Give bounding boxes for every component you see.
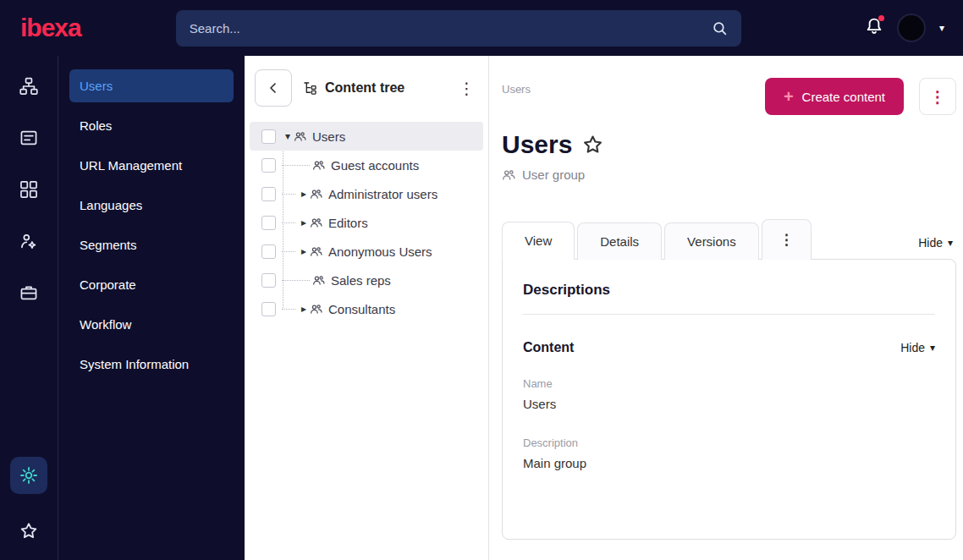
caret-down-icon: ▾ xyxy=(930,342,935,354)
tree-item-anonymous-users[interactable]: ▸ Anonymous Users xyxy=(250,237,483,266)
field-description: Description Main group xyxy=(523,436,935,470)
hide-label: Hide xyxy=(900,341,925,354)
caret-right-icon[interactable]: ▸ xyxy=(298,217,310,228)
tree-connector xyxy=(282,194,295,195)
descriptions-card: Descriptions Content Hide ▾ Name Users D… xyxy=(502,259,956,540)
tree-item-sales-reps[interactable]: Sales reps xyxy=(250,266,483,294)
tree-item-administrator-users[interactable]: ▸ Administrator users xyxy=(250,179,483,208)
hide-label: Hide xyxy=(918,236,943,250)
tab-details[interactable]: Details xyxy=(577,222,662,260)
tree-item-label[interactable]: Consultants xyxy=(328,302,395,316)
rail-bottom xyxy=(10,457,47,550)
sidebar-item-users[interactable]: Users xyxy=(69,69,234,102)
icon-rail xyxy=(0,56,58,560)
tabs-row: View Details Versions ⋮ Hide ▾ xyxy=(502,219,956,260)
user-avatar[interactable] xyxy=(897,14,926,42)
user-group-icon xyxy=(502,168,515,182)
tree-item-editors[interactable]: ▸ Editors xyxy=(250,208,483,237)
user-group-icon xyxy=(312,274,325,287)
checkbox[interactable] xyxy=(261,244,276,259)
caret-down-icon: ▾ xyxy=(948,237,953,249)
content-list-icon[interactable] xyxy=(10,119,47,156)
toolbox-icon[interactable] xyxy=(10,274,47,311)
topbar-right: ▾ xyxy=(865,14,944,42)
notifications-bell-icon[interactable] xyxy=(865,17,883,39)
plus-icon: + xyxy=(784,88,794,105)
sidebar-item-roles[interactable]: Roles xyxy=(69,109,234,142)
search-input[interactable] xyxy=(190,21,712,36)
tree-options-kebab-icon[interactable]: ⋮ xyxy=(459,80,475,96)
field-value: Users xyxy=(523,397,935,411)
tree-item-guest-accounts[interactable]: Guest accounts xyxy=(250,151,483,179)
caret-down-icon[interactable]: ▾ xyxy=(282,130,294,142)
tree-connector xyxy=(282,165,310,166)
caret-right-icon[interactable]: ▸ xyxy=(298,245,310,257)
notification-dot xyxy=(878,15,884,21)
content-tree-panel: Content tree ⋮ ▾ Users Guest accounts ▸ xyxy=(245,56,489,560)
field-name: Name Users xyxy=(523,377,935,411)
tree-item-consultants[interactable]: ▸ Consultants xyxy=(250,294,483,323)
create-content-button[interactable]: + Create content xyxy=(765,78,904,115)
tree-item-label[interactable]: Anonymous Users xyxy=(328,244,432,259)
tab-versions[interactable]: Versions xyxy=(664,222,759,260)
checkbox[interactable] xyxy=(261,302,276,316)
content-tree-list: ▾ Users Guest accounts ▸ Administrator u… xyxy=(245,122,488,323)
search-icon[interactable] xyxy=(712,20,728,36)
personalization-icon[interactable] xyxy=(10,222,47,260)
header-actions: + Create content ⋮ xyxy=(765,78,956,115)
sidebar-item-url-management[interactable]: URL Management xyxy=(69,149,234,182)
checkbox[interactable] xyxy=(261,273,276,288)
admin-sidebar: Users Roles URL Management Languages Seg… xyxy=(58,56,245,560)
breadcrumb[interactable]: Users xyxy=(502,78,531,96)
settings-gear-icon[interactable] xyxy=(10,457,47,494)
tree-item-label[interactable]: Users xyxy=(312,129,345,144)
tree-item-users[interactable]: ▾ Users xyxy=(250,122,483,151)
hide-section-link[interactable]: Hide ▾ xyxy=(900,341,935,354)
ibexa-logo[interactable]: ibexa xyxy=(20,14,81,42)
tree-item-label[interactable]: Editors xyxy=(328,216,368,230)
title-row: Users xyxy=(502,130,956,159)
checkbox[interactable] xyxy=(261,187,276,201)
tab-view[interactable]: View xyxy=(502,222,575,260)
content-structure-icon[interactable] xyxy=(10,68,47,105)
main-header: Users + Create content ⋮ xyxy=(502,78,956,115)
page-options-kebab-icon[interactable]: ⋮ xyxy=(919,78,956,115)
caret-right-icon[interactable]: ▸ xyxy=(298,188,310,200)
tree-icon xyxy=(304,81,318,96)
tree-item-label[interactable]: Guest accounts xyxy=(331,158,419,173)
sidebar-item-system-information[interactable]: System Information xyxy=(69,348,234,381)
sidebar-item-workflow[interactable]: Workflow xyxy=(69,308,234,341)
tree-connector xyxy=(282,280,310,281)
tree-item-label[interactable]: Sales reps xyxy=(331,273,391,288)
content-type-label: User group xyxy=(522,167,585,182)
hide-tabs-link[interactable]: Hide ▾ xyxy=(918,236,956,260)
user-group-icon xyxy=(310,217,322,229)
checkbox[interactable] xyxy=(261,216,276,230)
tree-item-label[interactable]: Administrator users xyxy=(328,187,437,201)
page-title: Users xyxy=(502,130,572,159)
field-value: Main group xyxy=(523,456,935,470)
tree-connector xyxy=(282,309,295,310)
sidebar-item-languages[interactable]: Languages xyxy=(69,189,234,222)
favorite-star-icon[interactable] xyxy=(582,135,603,156)
content-section-title: Content xyxy=(523,340,574,355)
create-content-label: Create content xyxy=(802,90,885,104)
content-tree-title: Content tree xyxy=(304,80,404,96)
checkbox[interactable] xyxy=(261,158,276,173)
blocks-icon[interactable] xyxy=(10,171,47,208)
field-label: Name xyxy=(523,377,935,390)
divider xyxy=(523,314,935,315)
bookmarks-star-icon[interactable] xyxy=(10,513,47,550)
tabs-more-kebab-icon[interactable]: ⋮ xyxy=(762,219,812,260)
user-menu-caret-icon[interactable]: ▾ xyxy=(939,22,944,34)
content-section-header: Content Hide ▾ xyxy=(523,340,935,355)
main-content: Users + Create content ⋮ Users User grou… xyxy=(489,56,963,560)
collapse-tree-button[interactable] xyxy=(255,69,292,107)
caret-right-icon[interactable]: ▸ xyxy=(298,303,310,315)
sidebar-item-corporate[interactable]: Corporate xyxy=(69,268,234,301)
descriptions-heading: Descriptions xyxy=(523,282,935,299)
sidebar-item-segments[interactable]: Segments xyxy=(69,228,234,261)
checkbox[interactable] xyxy=(261,129,276,144)
user-group-icon xyxy=(310,303,322,316)
user-group-icon xyxy=(310,245,322,258)
